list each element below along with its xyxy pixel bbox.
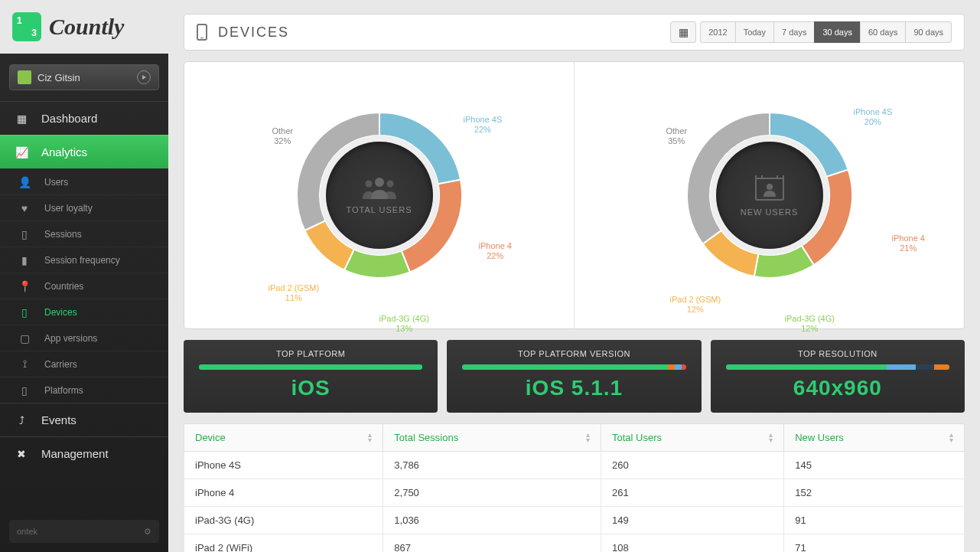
progress-bar xyxy=(199,364,422,370)
chart-label: iPhone 4S20% xyxy=(854,107,893,127)
table-row[interactable]: iPad 2 (WiFi)86710871 xyxy=(184,534,965,553)
nav-users[interactable]: 👤Users xyxy=(0,168,168,194)
svg-point-0 xyxy=(375,178,384,187)
dashboard-icon: ▦ xyxy=(14,113,29,125)
page-header: DEVICES ▦ 2012Today7 days30 days60 days9… xyxy=(184,14,965,51)
svg-point-4 xyxy=(767,184,773,190)
top-card-value: 640x960 xyxy=(726,376,949,400)
pin-icon: 📍 xyxy=(17,280,32,292)
gear-icon: ⚙ xyxy=(144,527,151,537)
nav-carriers[interactable]: ⟟Carriers xyxy=(0,351,168,377)
play-icon xyxy=(137,70,151,84)
tools-icon: ✖ xyxy=(14,448,29,460)
chart-label: iPhone 422% xyxy=(479,241,512,261)
bars-icon: ▮ xyxy=(17,254,32,266)
svg-point-1 xyxy=(365,181,372,188)
top-cards-row: TOP PLATFORMiOSTOP PLATFORM VERSIONiOS 5… xyxy=(184,340,965,413)
range-90-days[interactable]: 90 days xyxy=(905,21,952,43)
chart-total-users: TOTAL USERSiPhone 4S22%iPhone 422%iPad-3… xyxy=(184,62,575,328)
heart-icon: ♥ xyxy=(17,202,32,214)
calendar-icon[interactable]: ▦ xyxy=(670,21,696,43)
chart-label: Other32% xyxy=(272,126,294,146)
nav-list: ▦Dashboard 📈Analytics 👤Users ♥User loyal… xyxy=(0,101,168,470)
app-selector[interactable]: Ciz Gitsin xyxy=(9,64,159,90)
nav-platforms[interactable]: ▯Platforms xyxy=(0,377,168,403)
top-card-value: iOS xyxy=(199,376,422,400)
sidebar: Countly Ciz Gitsin ▦Dashboard 📈Analytics… xyxy=(0,0,168,552)
device-icon: ▯ xyxy=(17,306,32,318)
brand-name: Countly xyxy=(49,14,124,40)
range-today[interactable]: Today xyxy=(735,21,774,43)
table-row[interactable]: iPhone 4S3,786260145 xyxy=(184,452,965,479)
nav-devices[interactable]: ▯Devices xyxy=(0,299,168,325)
table-header[interactable]: Total Users▴▾ xyxy=(601,424,783,452)
nav-dashboard[interactable]: ▦Dashboard xyxy=(0,101,168,135)
analytics-icon: 📈 xyxy=(14,146,29,158)
chart-label: iPad-3G (4G)12% xyxy=(785,314,835,334)
chart-label: iPhone 4S22% xyxy=(464,115,503,135)
devices-table: Device▴▾Total Sessions▴▾Total Users▴▾New… xyxy=(184,423,965,552)
chart-label: iPad 2 (GSM)12% xyxy=(670,295,721,315)
nav-analytics[interactable]: 📈Analytics xyxy=(0,135,168,168)
range-7-days[interactable]: 7 days xyxy=(773,21,815,43)
sort-icon: ▴▾ xyxy=(949,432,953,443)
user-icon: 👤 xyxy=(17,176,32,188)
top-card: TOP RESOLUTION640x960 xyxy=(711,340,965,413)
sort-icon: ▴▾ xyxy=(368,432,372,443)
chart-new-users: NEW USERSiPhone 4S20%iPhone 421%iPad-3G … xyxy=(575,62,964,328)
date-range-picker: ▦ 2012Today7 days30 days60 days90 days xyxy=(670,21,952,43)
nav-events[interactable]: ⤴Events xyxy=(0,403,168,436)
table-header[interactable]: New Users▴▾ xyxy=(784,424,965,452)
table-row[interactable]: iPad-3G (4G)1,03614991 xyxy=(184,507,965,534)
platform-icon: ▯ xyxy=(17,384,32,397)
nav-countries[interactable]: 📍Countries xyxy=(0,273,168,299)
progress-bar xyxy=(462,364,685,370)
progress-bar xyxy=(726,364,949,370)
footer-user[interactable]: ontek ⚙ xyxy=(9,520,159,543)
chart-label: iPhone 421% xyxy=(892,234,925,253)
range-30-days[interactable]: 30 days xyxy=(814,21,861,43)
main-content: DEVICES ▦ 2012Today7 days30 days60 days9… xyxy=(168,0,980,552)
table-header[interactable]: Device▴▾ xyxy=(184,424,383,452)
nav-management[interactable]: ✖Management xyxy=(0,436,168,470)
version-icon: ▢ xyxy=(17,332,32,345)
range-2012[interactable]: 2012 xyxy=(700,21,735,43)
signal-icon: ⟟ xyxy=(17,358,32,371)
svg-point-2 xyxy=(386,181,393,188)
brand-logo: Countly xyxy=(0,0,168,54)
top-card: TOP PLATFORMiOS xyxy=(184,340,438,413)
nav-session-frequency[interactable]: ▮Session frequency xyxy=(0,247,168,273)
app-icon xyxy=(18,70,31,84)
chart-label: iPad-3G (4G)13% xyxy=(379,314,429,334)
brand-icon xyxy=(12,12,41,41)
chart-label: Other35% xyxy=(666,126,688,146)
range-60-days[interactable]: 60 days xyxy=(860,21,907,43)
page-title: DEVICES xyxy=(218,24,289,41)
top-card-value: iOS 5.1.1 xyxy=(462,376,685,400)
table-row[interactable]: iPhone 42,750261152 xyxy=(184,479,965,507)
phone-icon: ▯ xyxy=(17,228,32,240)
charts-panel: TOTAL USERSiPhone 4S22%iPhone 422%iPad-3… xyxy=(184,61,965,329)
chart-label: iPad 2 (GSM)11% xyxy=(269,283,320,303)
top-card: TOP PLATFORM VERSIONiOS 5.1.1 xyxy=(447,340,701,413)
sort-icon: ▴▾ xyxy=(769,432,773,443)
share-icon: ⤴ xyxy=(14,414,29,426)
selected-app-name: Ciz Gitsin xyxy=(37,72,80,83)
sort-icon: ▴▾ xyxy=(586,432,590,443)
nav-sessions[interactable]: ▯Sessions xyxy=(0,220,168,247)
nav-app-versions[interactable]: ▢App versions xyxy=(0,325,168,351)
device-header-icon xyxy=(197,24,207,41)
nav-user-loyalty[interactable]: ♥User loyalty xyxy=(0,194,168,220)
table-header[interactable]: Total Sessions▴▾ xyxy=(383,424,601,452)
